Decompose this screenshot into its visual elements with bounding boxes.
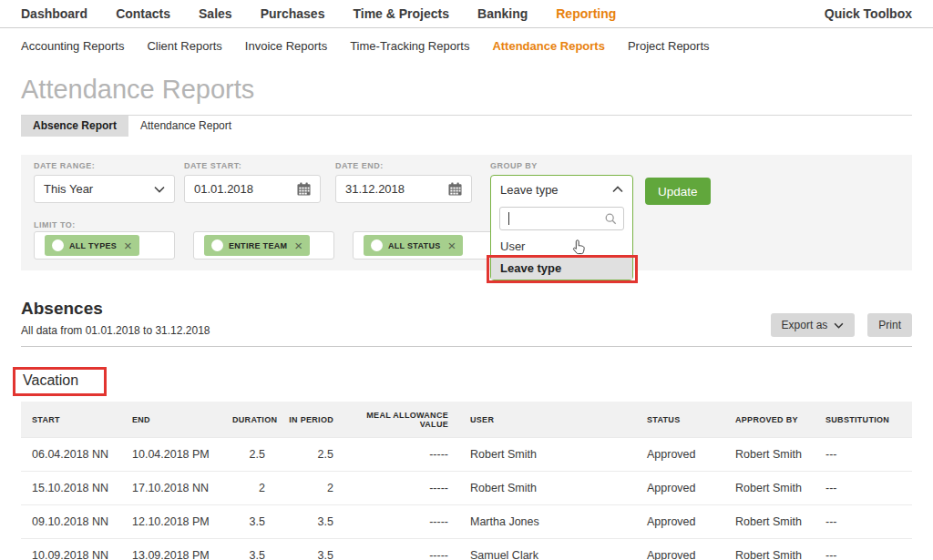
pill-dot-icon: [211, 239, 223, 251]
cell-start: 15.10.2018 NN: [21, 472, 121, 505]
export-as-label: Export as: [782, 319, 828, 331]
col-duration: DURATION: [221, 402, 276, 438]
subnav-item-invoice-reports[interactable]: Invoice Reports: [245, 39, 327, 53]
date-end-input[interactable]: 31.12.2018: [335, 175, 472, 203]
col-user: USER: [459, 402, 636, 438]
cell-approved-by: Robert Smith: [724, 472, 815, 505]
group-by-value: Leave type: [500, 183, 559, 197]
col-approved-by: APPROVED BY: [724, 402, 815, 438]
limit-team-filter[interactable]: ENTIRE TEAM ×: [193, 231, 334, 260]
update-button[interactable]: Update: [645, 178, 711, 205]
all-types-pill[interactable]: ALL TYPES ×: [45, 235, 139, 256]
cell-end: 10.04.2018 PM: [121, 438, 221, 472]
group-by-label: GROUP BY: [490, 161, 538, 170]
group-by-option-leave-type[interactable]: Leave type: [491, 258, 632, 280]
table-row: 06.04.2018 NN 10.04.2018 PM 2.5 2.5 ----…: [21, 438, 912, 472]
tab-absence-report[interactable]: Absence Report: [21, 116, 128, 137]
subnav-item-project-reports[interactable]: Project Reports: [628, 39, 710, 53]
table-header-row: START END DURATION IN PERIOD MEAL ALLOWA…: [21, 402, 912, 438]
filter-panel: DATE RANGE: This Year DATE START: 01.01.…: [21, 155, 912, 270]
nav-item-contacts[interactable]: Contacts: [116, 6, 170, 21]
group-by-option-user[interactable]: User: [491, 236, 632, 258]
cell-duration: 3.5: [221, 539, 276, 560]
print-button[interactable]: Print: [867, 313, 912, 337]
cell-substitution: ---: [815, 539, 912, 560]
page-title: Attendance Reports: [21, 75, 912, 105]
table-row: 09.10.2018 NN 12.10.2018 PM 3.5 3.5 ----…: [21, 505, 912, 539]
group-by-search-input[interactable]: [499, 207, 624, 230]
subnav-item-client-reports[interactable]: Client Reports: [147, 39, 221, 53]
remove-filter-icon[interactable]: ×: [448, 239, 456, 252]
nav-item-time-projects[interactable]: Time & Projects: [353, 6, 449, 21]
top-nav: Dashboard Contacts Sales Purchases Time …: [0, 0, 933, 28]
cell-start: 09.10.2018 NN: [21, 505, 121, 539]
cell-substitution: ---: [815, 505, 912, 539]
nav-item-quick-toolbox[interactable]: Quick Toolbox: [825, 6, 912, 21]
cell-user: Martha Jones: [459, 505, 636, 539]
col-status: STATUS: [636, 402, 724, 438]
col-meal-allowance: MEAL ALLOWANCE VALUE: [344, 402, 459, 438]
date-start-value: 01.01.2018: [194, 182, 253, 196]
cell-meal: -----: [344, 472, 459, 505]
all-status-pill[interactable]: ALL STATUS ×: [364, 235, 463, 256]
limit-status-filter[interactable]: ALL STATUS ×: [353, 231, 494, 260]
cell-approved-by: Robert Smith: [724, 539, 815, 560]
date-start-input[interactable]: 01.01.2018: [184, 175, 321, 203]
cell-in-period: 3.5: [276, 539, 344, 560]
entire-team-pill-label: ENTIRE TEAM: [229, 241, 287, 250]
table-row: 10.09.2018 NN 13.09.2018 PM 3.5 3.5 ----…: [21, 539, 912, 560]
report-tabs: Absence Report Attendance Report: [21, 115, 912, 137]
cell-start: 06.04.2018 NN: [21, 438, 121, 472]
subnav-item-attendance-reports[interactable]: Attendance Reports: [492, 39, 605, 53]
calendar-icon[interactable]: [297, 182, 311, 196]
subnav-item-accounting-reports[interactable]: Accounting Reports: [21, 39, 124, 53]
entire-team-pill[interactable]: ENTIRE TEAM ×: [204, 235, 310, 256]
tab-attendance-report[interactable]: Attendance Report: [128, 116, 243, 137]
cell-end: 12.10.2018 PM: [121, 505, 221, 539]
cell-start: 10.09.2018 NN: [21, 539, 121, 560]
cell-substitution: ---: [815, 438, 912, 472]
calendar-icon[interactable]: [448, 182, 462, 196]
cell-in-period: 2.5: [276, 438, 344, 472]
cell-end: 17.10.2018 NN: [121, 472, 221, 505]
all-status-pill-label: ALL STATUS: [388, 241, 441, 250]
pill-dot-icon: [371, 239, 383, 251]
remove-filter-icon[interactable]: ×: [294, 239, 302, 252]
absences-section-header: Absences All data from 01.01.2018 to 31.…: [21, 299, 912, 347]
chevron-down-icon: [834, 322, 844, 329]
cell-duration: 3.5: [221, 505, 276, 539]
date-end-value: 31.12.2018: [345, 182, 405, 196]
chevron-up-icon: [612, 186, 623, 193]
nav-item-purchases[interactable]: Purchases: [261, 6, 325, 21]
chevron-down-icon: [154, 186, 165, 193]
col-substitution: SUBSTITUTION: [815, 402, 912, 438]
nav-item-sales[interactable]: Sales: [199, 6, 232, 21]
cell-approved-by: Robert Smith: [724, 505, 815, 539]
date-start-label: DATE START:: [184, 161, 241, 170]
nav-item-banking[interactable]: Banking: [477, 6, 528, 21]
all-types-pill-label: ALL TYPES: [69, 241, 117, 250]
cell-status: Approved: [636, 505, 724, 539]
group-by-select[interactable]: Leave type: [491, 176, 632, 203]
export-as-button[interactable]: Export as: [771, 313, 856, 337]
limit-to-label: LIMIT TO:: [34, 220, 76, 229]
vacation-group-label: Vacation: [13, 367, 107, 396]
col-in-period: IN PERIOD: [276, 402, 344, 438]
cell-approved-by: Robert Smith: [724, 438, 815, 472]
reporting-subnav: Accounting Reports Client Reports Invoic…: [0, 28, 933, 63]
absences-table: START END DURATION IN PERIOD MEAL ALLOWA…: [21, 402, 912, 560]
cell-user: Robert Smith: [459, 472, 636, 505]
subnav-item-time-tracking-reports[interactable]: Time-Tracking Reports: [350, 39, 469, 53]
table-row: 15.10.2018 NN 17.10.2018 NN 2 2 ----- Ro…: [21, 472, 912, 505]
date-range-value: This Year: [44, 182, 93, 196]
cell-in-period: 2: [276, 472, 344, 505]
limit-types-filter[interactable]: ALL TYPES ×: [34, 231, 175, 260]
col-start: START: [21, 402, 121, 438]
date-range-select[interactable]: This Year: [34, 175, 175, 203]
remove-filter-icon[interactable]: ×: [124, 239, 132, 252]
nav-item-reporting[interactable]: Reporting: [556, 6, 616, 21]
cell-substitution: ---: [815, 472, 912, 505]
cell-meal: -----: [344, 539, 459, 560]
nav-item-dashboard[interactable]: Dashboard: [21, 6, 87, 21]
date-end-label: DATE END:: [335, 161, 384, 170]
